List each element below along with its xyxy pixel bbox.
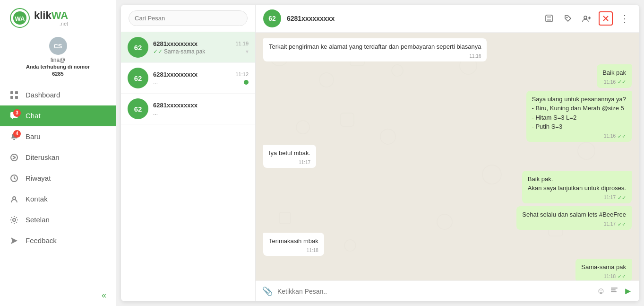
message-row: Iya betul mbak. 11:17 <box>263 145 632 168</box>
chat-header: 62 6281xxxxxxxxx ⋮ <box>256 5 639 33</box>
read-check: ✓✓ <box>618 78 626 86</box>
chat-preview: ... <box>153 110 158 116</box>
svg-text:WA: WA <box>15 15 26 22</box>
sidebar-item-label: Riwayat <box>26 174 51 182</box>
chat-time: 11.19 <box>235 41 249 46</box>
message-bubble: Sehat selalu dan salam lets #BeeFree 11:… <box>516 206 632 230</box>
sidebar-item-baru[interactable]: Baru 4 <box>0 126 116 147</box>
chat-name: 6281xxxxxxxxx <box>153 40 197 47</box>
avatar: 62 <box>128 68 148 88</box>
message-time: 11:16 <box>469 52 481 60</box>
message-input-area: 📎 ☺ ► <box>256 280 639 301</box>
avatar: CS <box>49 37 67 55</box>
message-time: 11:16 <box>604 79 616 86</box>
chat-time: 11:12 <box>235 71 249 77</box>
message-text: Sama-sama pak <box>581 263 626 271</box>
chat-item[interactable]: 62 6281xxxxxxxxx 11.19 ✓✓Sama-sama pak ▾ <box>121 32 255 63</box>
history-icon <box>9 174 19 183</box>
sidebar-item-setelan[interactable]: Setelan <box>0 210 116 230</box>
svg-rect-44 <box>611 288 618 289</box>
read-check: ✓✓ <box>618 220 626 228</box>
message-row: Baik pak 11:16 ✓✓ <box>263 64 632 88</box>
send-button[interactable]: ► <box>623 286 633 297</box>
svg-rect-45 <box>611 289 616 290</box>
nav-menu: Dashboard Chat 3 Baru 4 Diteruskan <box>0 85 116 285</box>
read-check: ✓✓ <box>618 132 626 140</box>
svg-rect-18 <box>547 15 551 18</box>
send-icon <box>9 236 19 245</box>
sidebar-item-diteruskan[interactable]: Diteruskan <box>0 147 116 168</box>
avatar: 62 <box>128 98 148 119</box>
forward-icon <box>9 153 19 162</box>
chat-items-list: 62 6281xxxxxxxxx 11.19 ✓✓Sama-sama pak ▾… <box>121 32 255 301</box>
svg-rect-6 <box>15 96 18 99</box>
logo-net: .net <box>34 21 68 26</box>
message-bubble: Sama-sama pak 11:18 ✓✓ <box>575 259 632 281</box>
emoji-button[interactable]: ☺ <box>597 286 605 296</box>
sidebar-item-label: Dashboard <box>26 91 60 99</box>
message-time: 11:18 <box>307 247 318 254</box>
message-time: 11:18 <box>604 273 616 280</box>
grid-icon <box>9 90 19 100</box>
sidebar-item-label: Chat <box>26 112 41 120</box>
search-bar <box>121 5 255 32</box>
search-input[interactable] <box>129 10 248 26</box>
chat-list-panel: 62 6281xxxxxxxxx 11.19 ✓✓Sama-sama pak ▾… <box>121 5 256 301</box>
message-text: Terkait pengiriman ke alamat yang terdaf… <box>269 43 481 50</box>
message-row: Baik pak.Akan saya lanjutkan untuk dipro… <box>263 171 632 204</box>
sidebar-item-feedback[interactable]: Feedback <box>0 230 116 251</box>
message-text: Iya betul mbak. <box>269 149 310 157</box>
sidebar-item-riwayat[interactable]: Riwayat <box>0 168 116 189</box>
close-chat-button[interactable] <box>599 11 613 26</box>
message-text: Sehat selalu dan salam lets #BeeFree <box>522 211 626 218</box>
chat-info: 6281xxxxxxxxx 11.19 ✓✓Sama-sama pak ▾ <box>153 40 249 55</box>
svg-point-21 <box>584 16 587 19</box>
klikwa-logo-icon: WA <box>9 8 30 28</box>
chat-info: 6281xxxxxxxxx ... <box>153 102 249 116</box>
message-bubble: Terimakasih mbak 11:18 <box>263 233 324 256</box>
chat-window: 62 6281xxxxxxxxx ⋮ <box>256 5 639 301</box>
header-actions: ⋮ <box>542 11 632 26</box>
input-actions: ☺ ► <box>597 286 633 297</box>
svg-rect-5 <box>10 96 13 99</box>
logo-klik: klik <box>34 9 52 21</box>
message-bubble: Terkait pengiriman ke alamat yang terdaf… <box>263 38 487 61</box>
message-time: 11:17 <box>604 220 616 227</box>
message-bubble: Saya ulang untuk pesanannya ya?- Biru, K… <box>526 91 632 142</box>
user-profile-area: CS fina@ Anda terhubung di nomor 6285 <box>0 33 116 81</box>
message-input[interactable] <box>277 288 592 295</box>
save-button[interactable] <box>542 11 556 26</box>
message-text: Terimakasih mbak <box>269 237 318 245</box>
svg-rect-3 <box>10 91 13 94</box>
message-time: 11:17 <box>604 194 616 201</box>
main-content: 62 6281xxxxxxxxx 11.19 ✓✓Sama-sama pak ▾… <box>121 5 639 301</box>
sidebar-item-label: Feedback <box>26 236 57 245</box>
message-bubble: Baik pak 11:16 ✓✓ <box>597 64 632 88</box>
chat-item[interactable]: 62 6281xxxxxxxxx ... <box>121 94 255 124</box>
attach-button[interactable]: 📎 <box>262 286 273 297</box>
chat-info: 6281xxxxxxxxx 11:12 ... <box>153 71 249 86</box>
message-row: Terimakasih mbak 11:18 <box>263 233 632 256</box>
svg-point-20 <box>567 17 568 18</box>
svg-rect-9 <box>13 139 15 140</box>
sidebar-item-label: Kontak <box>26 195 48 203</box>
template-button[interactable] <box>610 286 618 297</box>
sidebar-item-kontak[interactable]: Kontak <box>0 189 116 210</box>
chevron-down-icon: ▾ <box>246 48 249 55</box>
tag-button[interactable] <box>561 11 575 26</box>
collapse-button[interactable]: « <box>102 290 106 300</box>
svg-point-10 <box>11 154 17 161</box>
sidebar-item-dashboard[interactable]: Dashboard <box>0 85 116 105</box>
contact-avatar: 62 <box>263 9 281 27</box>
user-connected-info: Anda terhubung di nomor 6285 <box>21 63 94 78</box>
add-user-button[interactable] <box>580 11 594 26</box>
more-options-button[interactable]: ⋮ <box>618 11 632 26</box>
avatar: 62 <box>128 37 148 58</box>
online-indicator <box>244 80 249 85</box>
sidebar-item-label: Baru <box>26 132 41 140</box>
svg-rect-4 <box>15 91 18 94</box>
sidebar-item-chat[interactable]: Chat 3 <box>0 105 116 126</box>
svg-marker-16 <box>11 237 17 244</box>
sidebar: WA klikWA .net CS fina@ Anda terhubung d… <box>0 0 116 306</box>
chat-item[interactable]: 62 6281xxxxxxxxx 11:12 ... <box>121 63 255 94</box>
